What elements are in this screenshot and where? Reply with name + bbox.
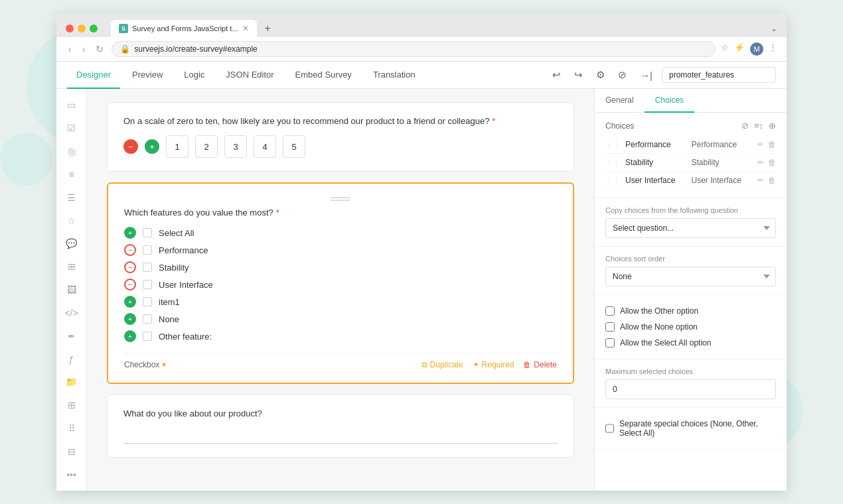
- settings-button[interactable]: ⚙: [592, 66, 609, 84]
- sort-choices-icon[interactable]: ≡↕: [754, 121, 763, 131]
- edit-choice-icon[interactable]: ✏: [757, 176, 764, 185]
- tab-favicon: S: [119, 24, 128, 33]
- allow-select-all-checkbox[interactable]: [605, 338, 615, 347]
- bookmark-icon[interactable]: ☆: [721, 42, 729, 56]
- redo-button[interactable]: ↪: [570, 66, 587, 84]
- checkbox-input-select-all[interactable]: [143, 228, 152, 237]
- sidebar-icon-comment[interactable]: 💬: [61, 234, 82, 253]
- tab-json-editor[interactable]: JSON Editor: [216, 62, 283, 89]
- checkbox-input-other[interactable]: [143, 332, 152, 341]
- sidebar-icon-text[interactable]: ☰: [61, 188, 82, 207]
- nav-actions: ↩ ↪ ⚙ ⊘ →|: [548, 66, 776, 84]
- delete-choice-icon[interactable]: 🗑: [768, 176, 776, 185]
- tab-preview[interactable]: Preview: [123, 62, 172, 89]
- sidebar-icon-function[interactable]: ƒ: [61, 349, 82, 369]
- add-circle-icon-4: +: [124, 330, 136, 342]
- delete-button[interactable]: 🗑 Delete: [523, 360, 557, 369]
- checkbox-input-stability[interactable]: [143, 263, 152, 272]
- tab-logic[interactable]: Logic: [175, 62, 214, 89]
- rating-remove-button[interactable]: −: [123, 139, 138, 154]
- sidebar-icon-code[interactable]: </>: [61, 303, 82, 322]
- refresh-button[interactable]: ↻: [93, 42, 106, 56]
- sidebar-icon-dots-grid[interactable]: ⠿: [61, 419, 82, 438]
- url-input[interactable]: 🔒 surveejs.io/create-survey#example: [112, 41, 716, 57]
- tab-collapse-icon[interactable]: ⌄: [771, 24, 777, 33]
- rating-3[interactable]: 3: [224, 135, 247, 158]
- sidebar-icon-rectangle[interactable]: ▭: [61, 95, 82, 115]
- list-item: + Other feature:: [124, 330, 557, 342]
- options-section: Allow the Other option Allow the None op…: [595, 295, 787, 359]
- sidebar-icon-checkbox[interactable]: ☑: [61, 119, 82, 138]
- choice-value-stability: Stability: [692, 158, 753, 167]
- max-selected-input[interactable]: [605, 379, 776, 399]
- panel-tab-choices[interactable]: Choices: [645, 89, 694, 113]
- checkbox-input-user-interface[interactable]: [143, 280, 152, 289]
- checkbox-input-performance[interactable]: [143, 245, 152, 255]
- add-choice-icon[interactable]: ⊕: [769, 121, 776, 131]
- copy-choices-section: Copy choices from the following question…: [595, 198, 787, 247]
- sidebar-icon-list[interactable]: ≡: [61, 164, 82, 184]
- sidebar-icon-folder[interactable]: 📁: [61, 373, 82, 392]
- delete-choice-icon[interactable]: 🗑: [768, 158, 776, 167]
- rating-1[interactable]: 1: [166, 135, 189, 158]
- rating-5[interactable]: 5: [283, 135, 305, 158]
- menu-icon[interactable]: ⋮: [769, 42, 777, 56]
- text-answer-line: [123, 428, 558, 444]
- type-dropdown-icon[interactable]: ▾: [162, 360, 166, 369]
- tab-designer[interactable]: Designer: [67, 62, 120, 89]
- minimize-button[interactable]: [78, 25, 86, 32]
- choices-label: Choices: [605, 121, 634, 131]
- close-button[interactable]: [66, 25, 74, 32]
- sidebar-icon-table[interactable]: ⊟: [61, 442, 82, 461]
- sidebar-icon-panel[interactable]: ⊞: [61, 257, 82, 277]
- sidebar-icon-image[interactable]: 🖼: [61, 281, 82, 300]
- sidebar-icon-grid[interactable]: ⊞: [61, 396, 82, 415]
- add-circle-icon-3: +: [124, 313, 136, 325]
- address-bar: ‹ › ↻ 🔒 surveejs.io/create-survey#exampl…: [56, 37, 787, 62]
- extension-icon[interactable]: ⚡: [734, 42, 745, 56]
- tab-translation[interactable]: Translation: [364, 62, 425, 89]
- allow-none-checkbox[interactable]: [605, 322, 615, 332]
- tab-embed-survey[interactable]: Embed Survey: [286, 62, 361, 89]
- rating-scale: − + 1 2 3 4 5: [123, 135, 558, 158]
- sidebar-icon-star[interactable]: ☆: [61, 211, 82, 230]
- profile-icon[interactable]: M: [750, 42, 763, 56]
- url-text: surveejs.io/create-survey#example: [134, 44, 257, 54]
- rating-add-button[interactable]: +: [145, 139, 159, 154]
- new-tab-button[interactable]: +: [260, 20, 276, 37]
- allow-none-row: Allow the None option: [605, 319, 776, 335]
- sidebar-more-button[interactable]: •••: [61, 465, 82, 484]
- edit-choice-icon[interactable]: ✏: [757, 140, 764, 149]
- checkbox-input-none[interactable]: [143, 314, 152, 324]
- back-button[interactable]: ‹: [66, 42, 74, 56]
- undo-button[interactable]: ↩: [548, 66, 565, 84]
- allow-select-all-row: Allow the Select All option: [605, 335, 776, 351]
- sidebar-icon-signature[interactable]: ✒: [61, 326, 82, 346]
- browser-tabs: S Survey and Forms JavaScript t... ✕ + ⌄: [111, 20, 777, 37]
- choice-action-icons: ✏ 🗑: [757, 140, 776, 149]
- sort-order-select[interactable]: None: [605, 267, 776, 286]
- browser-tab[interactable]: S Survey and Forms JavaScript t... ✕: [111, 20, 257, 37]
- delete-choice-icon[interactable]: 🗑: [768, 140, 776, 149]
- sidebar-icon-circle[interactable]: ◎: [61, 142, 82, 161]
- duplicate-icon: ⧉: [422, 360, 427, 369]
- copy-choices-select[interactable]: Select question...: [605, 218, 776, 238]
- allow-other-checkbox[interactable]: [605, 306, 615, 316]
- forward-button[interactable]: ›: [80, 42, 88, 56]
- panel-tab-general[interactable]: General: [595, 89, 645, 113]
- clear-button[interactable]: ⊘: [614, 66, 631, 84]
- required-star-2: *: [276, 208, 279, 218]
- required-button[interactable]: ✦ Required: [473, 360, 514, 369]
- rating-2[interactable]: 2: [195, 135, 218, 158]
- duplicate-button[interactable]: ⧉ Duplicate: [422, 360, 463, 369]
- checkbox-input-item1[interactable]: [143, 297, 152, 306]
- tab-close-icon[interactable]: ✕: [242, 24, 249, 33]
- clear-choices-icon[interactable]: ⊘: [741, 121, 749, 131]
- drag-icon: ⋮⋮: [605, 158, 620, 167]
- export-button[interactable]: →|: [636, 67, 656, 84]
- edit-choice-icon[interactable]: ✏: [757, 158, 764, 167]
- rating-4[interactable]: 4: [254, 135, 276, 158]
- separate-special-checkbox[interactable]: [605, 424, 614, 433]
- maximize-button[interactable]: [90, 25, 98, 32]
- search-input[interactable]: [662, 67, 776, 83]
